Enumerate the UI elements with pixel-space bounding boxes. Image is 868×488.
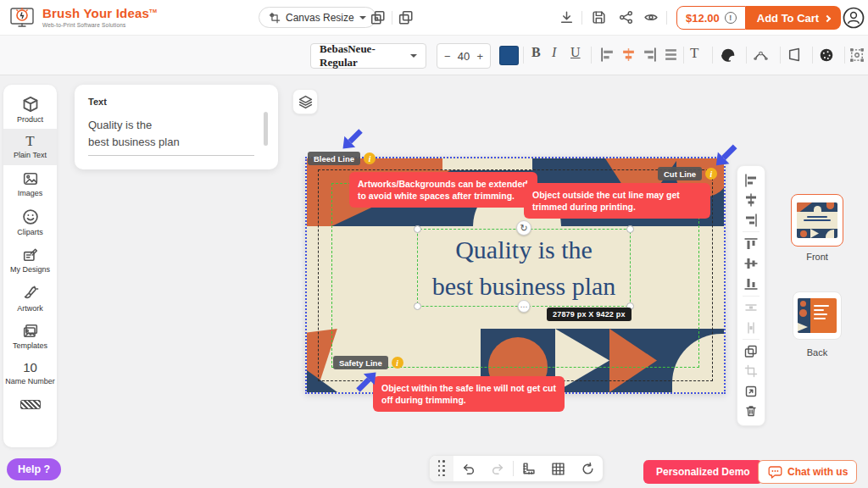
download-icon[interactable] xyxy=(559,10,574,25)
bold-button[interactable]: B xyxy=(531,45,541,60)
help-button[interactable]: Help ? xyxy=(7,458,61,480)
align-object-top-button[interactable] xyxy=(741,235,761,252)
bleed-tooltip: Artworks/Backgrounds can be extended to … xyxy=(349,172,537,208)
ruler-button[interactable] xyxy=(514,462,543,476)
resize-handle-ne[interactable] xyxy=(626,225,634,233)
sidebar-item-label: My Designs xyxy=(10,265,50,274)
brand-logo[interactable]: Brush Your IdeasTM Web-to-Print Software… xyxy=(8,3,157,30)
resize-handle-nw[interactable] xyxy=(414,225,421,233)
brand-tagline: Web-to-Print Software Solutions xyxy=(42,22,157,28)
sidebar-item-my-designs[interactable]: My Designs xyxy=(3,241,57,279)
cut-info-icon[interactable]: i xyxy=(705,168,717,180)
font-size-minus-button[interactable]: − xyxy=(444,50,451,63)
align-object-left-button[interactable] xyxy=(741,171,761,189)
distribute-vertical-button[interactable] xyxy=(741,319,761,336)
refresh-button[interactable] xyxy=(573,462,603,476)
chat-with-us-button[interactable]: Chat with us xyxy=(758,460,857,484)
align-object-center-h-button[interactable] xyxy=(741,191,761,208)
front-side-thumbnail[interactable] xyxy=(791,194,843,247)
bleed-info-icon[interactable]: i xyxy=(364,152,376,164)
sidebar-item-label: Name Number xyxy=(5,377,55,385)
rotate-handle[interactable]: ↻ xyxy=(516,220,531,236)
align-justify-button[interactable] xyxy=(664,47,678,62)
personalized-demo-button[interactable]: Personalized Demo xyxy=(643,460,763,484)
sidebar-item-product[interactable]: Product xyxy=(3,90,57,129)
add-to-cart-label: Add To Cart xyxy=(757,12,819,25)
copy-canvas-icon[interactable] xyxy=(370,10,386,25)
smiley-icon xyxy=(22,208,39,225)
selected-text-object[interactable]: Quality is the best business plan ↻ ⋯ xyxy=(417,229,631,307)
align-right-button[interactable] xyxy=(643,47,657,62)
toolbar-divider xyxy=(683,47,684,64)
my-designs-icon xyxy=(22,247,39,263)
add-to-cart-button[interactable]: Add To Cart xyxy=(746,6,841,30)
resize-object-button[interactable] xyxy=(741,382,761,400)
preview-eye-icon[interactable] xyxy=(643,10,659,25)
sidebar-item-cliparts[interactable]: Cliparts xyxy=(3,202,57,241)
sidebar-item-partial[interactable] xyxy=(3,391,57,414)
canvas-resize-label: Canvas Resize xyxy=(286,12,354,24)
delete-object-button[interactable] xyxy=(741,402,761,420)
toolbar-divider xyxy=(844,47,845,64)
toolbar-drag-handle[interactable] xyxy=(430,456,453,481)
align-object-middle-v-button[interactable] xyxy=(741,255,761,273)
price-info-icon[interactable]: ! xyxy=(725,12,737,24)
undo-button[interactable] xyxy=(453,462,483,476)
canvas-resize-button[interactable]: Canvas Resize xyxy=(259,7,376,28)
skew-button[interactable] xyxy=(787,47,802,62)
sidebar-item-name-number[interactable]: 10 Name Number xyxy=(3,355,57,391)
sidebar-item-images[interactable]: Images xyxy=(3,165,57,202)
sidebar-item-artwork[interactable]: Artwork xyxy=(3,280,57,318)
sidebar-item-label: Artwork xyxy=(17,304,43,313)
sidebar-item-templates[interactable]: Templates xyxy=(3,318,57,355)
align-center-button[interactable] xyxy=(621,47,636,62)
drag-handle[interactable]: ⋯ xyxy=(518,300,531,313)
image-icon xyxy=(22,171,39,186)
cut-line-text: Cut Line xyxy=(658,167,702,180)
top-header: Brush Your IdeasTM Web-to-Print Software… xyxy=(0,0,868,36)
underline-button[interactable]: U xyxy=(570,45,581,60)
distribute-horizontal-button[interactable] xyxy=(741,299,761,317)
redo-button[interactable] xyxy=(483,462,513,476)
resize-handle-sw[interactable] xyxy=(414,302,421,310)
account-icon[interactable] xyxy=(843,7,865,29)
text-tool-button[interactable]: T xyxy=(690,45,698,62)
italic-button[interactable]: I xyxy=(552,45,556,60)
font-family-select[interactable]: BebasNeue-Regular xyxy=(310,43,426,69)
font-size-stepper: − 40 + xyxy=(437,43,491,69)
share-icon[interactable] xyxy=(619,10,633,25)
text-panel-scrollbar[interactable] xyxy=(264,112,268,146)
sidebar-item-label: Images xyxy=(18,189,43,197)
canvas-text-line2: best business plan xyxy=(432,268,616,304)
back-side-thumbnail[interactable] xyxy=(793,291,842,340)
bleed-line-label: Bleed Line i xyxy=(308,152,376,165)
text-content-input[interactable]: Quality is the best business plan xyxy=(88,117,254,156)
product-cube-icon xyxy=(22,96,39,113)
sidebar-item-label: Plain Text xyxy=(14,151,47,159)
price-badge[interactable]: $12.00 ! xyxy=(676,6,746,30)
save-icon[interactable] xyxy=(592,10,606,25)
transform-button[interactable] xyxy=(849,47,865,63)
text-edit-panel: Text Quality is the best business plan xyxy=(75,85,278,169)
text-color-swatch[interactable] xyxy=(499,46,519,65)
clone-canvas-icon[interactable] xyxy=(398,10,414,25)
layers-button[interactable] xyxy=(292,89,318,114)
align-left-button[interactable] xyxy=(600,47,615,62)
crop-object-button[interactable] xyxy=(741,363,761,380)
align-object-right-button[interactable] xyxy=(741,211,761,229)
font-size-value[interactable]: 40 xyxy=(458,50,470,63)
duplicate-object-button[interactable] xyxy=(741,342,761,360)
brush-icon xyxy=(22,286,39,302)
brand-logo-icon xyxy=(8,3,36,30)
curve-text-button[interactable] xyxy=(753,47,769,62)
texture-button[interactable] xyxy=(819,47,834,63)
font-size-plus-button[interactable]: + xyxy=(476,50,483,63)
text-shadow-button[interactable] xyxy=(721,47,736,63)
sidebar-item-plain-text[interactable]: T Plain Text xyxy=(3,129,57,164)
back-label: Back xyxy=(791,347,843,358)
align-object-bottom-button[interactable] xyxy=(741,274,761,292)
header-divider xyxy=(581,11,582,25)
chat-icon xyxy=(767,465,782,480)
safety-info-icon[interactable]: i xyxy=(392,357,403,369)
grid-button[interactable] xyxy=(543,462,573,476)
